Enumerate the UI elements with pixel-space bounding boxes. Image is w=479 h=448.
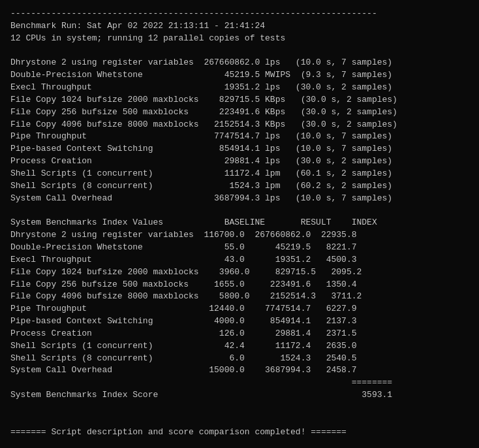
- index-section: System Benchmarks Index Values BASELINE …: [10, 205, 469, 390]
- score-section: System Benchmarks Index Score 3593.1 ===…: [10, 389, 469, 438]
- cpu-info-header: 12 CPUs in system; running 12 parallel c…: [10, 33, 285, 43]
- terminal-output: ----------------------------------------…: [10, 8, 469, 57]
- benchmark-section: Dhrystone 2 using register variables 267…: [10, 57, 469, 204]
- benchmark-run-header: Benchmark Run: Sat Apr 02 2022 21:13:11 …: [10, 21, 265, 31]
- separator-top: ----------------------------------------…: [10, 8, 377, 18]
